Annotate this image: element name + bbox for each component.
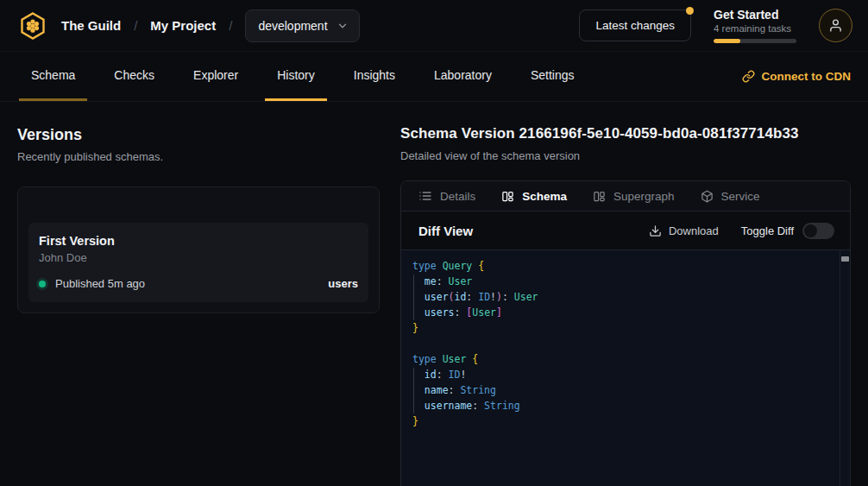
code-scrollbar-thumb[interactable] [841, 256, 849, 262]
top-bar: The Guild / My Project / development Lat… [0, 0, 868, 52]
main-content: Versions Recently published schemas. Fir… [0, 102, 868, 486]
user-icon [828, 18, 843, 33]
code-line: user(id: ID!): User [412, 289, 829, 305]
get-started-title: Get Started [714, 8, 796, 22]
get-started-progress [714, 39, 796, 43]
graphql-sdl-code: type Query { me: User user(id: ID!): Use… [401, 250, 850, 437]
diff-view-header: Diff View Download Toggle Diff [401, 211, 850, 249]
nav-tab-settings[interactable]: Settings [519, 52, 587, 101]
latest-changes-label: Latest changes [595, 19, 675, 32]
link-icon [742, 70, 755, 83]
nav-tab-checks[interactable]: Checks [102, 52, 167, 101]
get-started-widget[interactable]: Get Started 4 remaining tasks [714, 8, 796, 43]
detail-tab-details[interactable]: Details [418, 189, 475, 203]
code-line: } [412, 320, 829, 336]
detail-tab-label: Service [721, 190, 760, 203]
detail-tab-service[interactable]: Service [701, 190, 760, 203]
versions-list-card: First Version John Doe Published 5m ago … [17, 186, 380, 313]
versions-panel: Versions Recently published schemas. Fir… [17, 126, 380, 313]
detail-tab-label: Details [440, 190, 475, 203]
target-selector-value: development [258, 19, 327, 33]
versions-title: Versions [17, 126, 380, 144]
detail-tab-supergraph[interactable]: Supergraph [593, 190, 675, 203]
toggle-diff-switch[interactable] [802, 223, 834, 239]
schema-detail-card: DetailsSchemaSupergraphService Diff View… [400, 180, 851, 486]
get-started-progress-fill [714, 39, 740, 43]
schema-version-panel: Schema Version 2166196f-5e10-4059-bd0a-0… [400, 125, 851, 486]
breadcrumb-separator: / [229, 18, 232, 33]
breadcrumb: The Guild / My Project / development [17, 9, 360, 42]
detail-tab-label: Supergraph [613, 190, 675, 203]
nav-tab-insights[interactable]: Insights [342, 52, 407, 101]
indent-guide [413, 275, 414, 320]
code-line: } [412, 413, 829, 429]
version-list-item[interactable]: First Version John Doe Published 5m ago … [28, 223, 368, 302]
download-icon [649, 224, 662, 237]
code-line: name: String [412, 382, 829, 398]
code-line: users: [User] [412, 305, 829, 320]
version-status-row: Published 5m ago users [39, 277, 358, 290]
diff-view-title: Diff View [418, 224, 473, 238]
target-nav-tabs: SchemaChecksExplorerHistoryInsightsLabor… [19, 52, 601, 101]
version-status: Published 5m ago [55, 277, 145, 290]
user-avatar[interactable] [819, 9, 852, 42]
hive-logo-icon[interactable] [17, 10, 48, 41]
code-line: username: String [412, 398, 829, 413]
toggle-knob [804, 224, 817, 237]
download-button[interactable]: Download [649, 224, 719, 237]
versions-subtitle: Recently published schemas. [17, 150, 380, 163]
panels-icon [501, 190, 514, 203]
get-started-subtitle: 4 remaining tasks [714, 23, 796, 34]
version-service-badge: users [328, 277, 358, 290]
download-label: Download [669, 224, 719, 237]
detail-tab-schema[interactable]: Schema [501, 190, 567, 203]
nav-tab-schema[interactable]: Schema [19, 52, 87, 101]
nav-tab-history[interactable]: History [265, 52, 327, 101]
toggle-diff-label: Toggle Diff [741, 224, 794, 237]
nav-tab-laboratory[interactable]: Laboratory [422, 52, 504, 101]
code-line [412, 336, 829, 351]
cube-icon [701, 190, 714, 203]
version-author: John Doe [39, 251, 358, 264]
schema-version-subtitle: Detailed view of the schema version [400, 149, 851, 162]
connect-to-cdn-link[interactable]: Connect to CDN [742, 52, 852, 101]
connect-to-cdn-label: Connect to CDN [762, 70, 852, 83]
notification-dot [686, 7, 694, 15]
published-status-dot [39, 281, 46, 287]
code-line: type Query { [412, 258, 829, 274]
indent-guide [413, 368, 414, 413]
schema-detail-tabs: DetailsSchemaSupergraphService [401, 181, 850, 211]
breadcrumb-project[interactable]: My Project [150, 18, 216, 33]
schema-version-title: Schema Version 2166196f-5e10-4059-bd0a-0… [400, 125, 851, 142]
detail-tab-label: Schema [522, 190, 567, 203]
code-scrollbar[interactable] [840, 250, 850, 486]
code-line: type User { [412, 351, 829, 367]
nav-tab-explorer[interactable]: Explorer [181, 52, 250, 101]
version-title: First Version [39, 234, 358, 248]
sdl-code-viewer[interactable]: type Query { me: User user(id: ID!): Use… [401, 249, 850, 486]
breadcrumb-separator: / [134, 18, 137, 33]
chevron-down-icon [337, 20, 349, 32]
panels-icon [593, 190, 606, 203]
breadcrumb-org[interactable]: The Guild [61, 18, 121, 33]
code-line: id: ID! [412, 367, 829, 382]
latest-changes-button[interactable]: Latest changes [579, 9, 691, 41]
list-icon [418, 189, 432, 203]
target-nav: SchemaChecksExplorerHistoryInsightsLabor… [0, 52, 868, 102]
code-line: me: User [412, 274, 829, 289]
target-selector[interactable]: development [245, 9, 359, 42]
